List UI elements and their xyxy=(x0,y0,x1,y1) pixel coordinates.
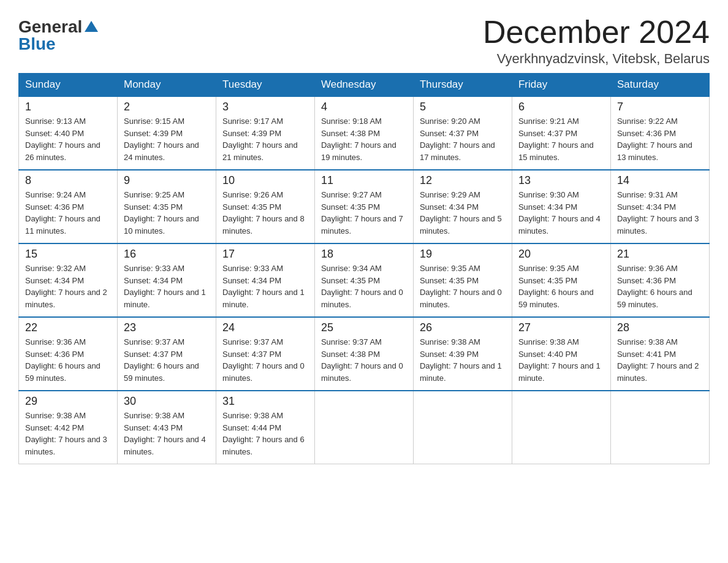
logo-blue: Blue xyxy=(18,34,56,53)
calendar-cell: 10 Sunrise: 9:26 AMSunset: 4:35 PMDaylig… xyxy=(216,170,314,243)
calendar-cell: 20 Sunrise: 9:35 AMSunset: 4:35 PMDaylig… xyxy=(512,243,610,317)
page-header: General Blue December 2024 Vyerkhnyadzvi… xyxy=(18,15,710,67)
week-row-1: 1 Sunrise: 9:13 AMSunset: 4:40 PMDayligh… xyxy=(19,96,710,170)
day-info: Sunrise: 9:36 AMSunset: 4:36 PMDaylight:… xyxy=(25,337,100,383)
day-number: 12 xyxy=(420,174,506,187)
calendar-cell: 24 Sunrise: 9:37 AMSunset: 4:37 PMDaylig… xyxy=(216,317,314,391)
week-row-3: 15 Sunrise: 9:32 AMSunset: 4:34 PMDaylig… xyxy=(19,243,710,317)
day-info: Sunrise: 9:38 AMSunset: 4:40 PMDaylight:… xyxy=(518,337,601,383)
calendar-cell: 26 Sunrise: 9:38 AMSunset: 4:39 PMDaylig… xyxy=(413,317,512,391)
calendar-cell: 27 Sunrise: 9:38 AMSunset: 4:40 PMDaylig… xyxy=(512,317,610,391)
calendar-cell: 7 Sunrise: 9:22 AMSunset: 4:36 PMDayligh… xyxy=(610,96,709,170)
svg-marker-0 xyxy=(85,21,98,32)
weekday-header-thursday: Thursday xyxy=(413,74,512,97)
day-number: 7 xyxy=(617,101,703,113)
weekday-header-row: SundayMondayTuesdayWednesdayThursdayFrid… xyxy=(19,74,710,97)
location-title: Vyerkhnyadzvinsk, Vitebsk, Belarus xyxy=(483,51,710,67)
day-number: 3 xyxy=(222,101,308,113)
calendar-cell: 2 Sunrise: 9:15 AMSunset: 4:39 PMDayligh… xyxy=(117,96,216,170)
day-number: 24 xyxy=(222,321,308,334)
day-number: 15 xyxy=(25,248,111,261)
calendar-cell: 29 Sunrise: 9:38 AMSunset: 4:42 PMDaylig… xyxy=(19,391,118,464)
day-number: 1 xyxy=(25,101,111,113)
calendar-cell: 8 Sunrise: 9:24 AMSunset: 4:36 PMDayligh… xyxy=(19,170,118,243)
day-info: Sunrise: 9:34 AMSunset: 4:35 PMDaylight:… xyxy=(321,264,403,309)
day-number: 18 xyxy=(321,248,407,261)
day-number: 16 xyxy=(124,248,210,261)
day-info: Sunrise: 9:18 AMSunset: 4:38 PMDaylight:… xyxy=(321,117,396,162)
day-info: Sunrise: 9:15 AMSunset: 4:39 PMDaylight:… xyxy=(124,117,199,162)
day-info: Sunrise: 9:37 AMSunset: 4:37 PMDaylight:… xyxy=(124,337,199,383)
day-info: Sunrise: 9:33 AMSunset: 4:34 PMDaylight:… xyxy=(222,264,305,309)
day-number: 2 xyxy=(124,101,210,113)
day-info: Sunrise: 9:37 AMSunset: 4:38 PMDaylight:… xyxy=(321,337,403,383)
month-title: December 2024 xyxy=(483,15,710,50)
day-number: 30 xyxy=(124,395,210,408)
day-info: Sunrise: 9:33 AMSunset: 4:34 PMDaylight:… xyxy=(124,264,206,309)
calendar-cell: 19 Sunrise: 9:35 AMSunset: 4:35 PMDaylig… xyxy=(413,243,512,317)
day-number: 21 xyxy=(617,248,703,261)
calendar-cell: 6 Sunrise: 9:21 AMSunset: 4:37 PMDayligh… xyxy=(512,96,610,170)
calendar-cell: 17 Sunrise: 9:33 AMSunset: 4:34 PMDaylig… xyxy=(216,243,314,317)
calendar-cell: 23 Sunrise: 9:37 AMSunset: 4:37 PMDaylig… xyxy=(117,317,216,391)
day-number: 28 xyxy=(617,321,703,334)
day-info: Sunrise: 9:22 AMSunset: 4:36 PMDaylight:… xyxy=(617,117,692,162)
day-number: 29 xyxy=(25,395,111,408)
weekday-header-saturday: Saturday xyxy=(610,74,709,97)
day-info: Sunrise: 9:30 AMSunset: 4:34 PMDaylight:… xyxy=(518,190,601,236)
weekday-header-friday: Friday xyxy=(512,74,610,97)
calendar-cell: 25 Sunrise: 9:37 AMSunset: 4:38 PMDaylig… xyxy=(314,317,413,391)
day-number: 31 xyxy=(222,395,308,408)
day-info: Sunrise: 9:38 AMSunset: 4:41 PMDaylight:… xyxy=(617,337,699,383)
day-number: 20 xyxy=(518,248,604,261)
week-row-5: 29 Sunrise: 9:38 AMSunset: 4:42 PMDaylig… xyxy=(19,391,710,464)
day-number: 23 xyxy=(124,321,210,334)
calendar-cell xyxy=(413,391,512,464)
calendar-cell xyxy=(512,391,610,464)
day-number: 27 xyxy=(518,321,604,334)
day-info: Sunrise: 9:38 AMSunset: 4:43 PMDaylight:… xyxy=(124,411,206,456)
calendar-cell: 16 Sunrise: 9:33 AMSunset: 4:34 PMDaylig… xyxy=(117,243,216,317)
day-info: Sunrise: 9:13 AMSunset: 4:40 PMDaylight:… xyxy=(25,117,100,162)
weekday-header-wednesday: Wednesday xyxy=(314,74,413,97)
logo-general: General xyxy=(18,18,82,36)
day-number: 5 xyxy=(420,101,506,113)
day-number: 14 xyxy=(617,174,703,187)
logo: General Blue xyxy=(18,18,98,53)
calendar-cell: 31 Sunrise: 9:38 AMSunset: 4:44 PMDaylig… xyxy=(216,391,314,464)
calendar-cell: 4 Sunrise: 9:18 AMSunset: 4:38 PMDayligh… xyxy=(314,96,413,170)
day-info: Sunrise: 9:35 AMSunset: 4:35 PMDaylight:… xyxy=(420,264,502,309)
week-row-4: 22 Sunrise: 9:36 AMSunset: 4:36 PMDaylig… xyxy=(19,317,710,391)
day-info: Sunrise: 9:38 AMSunset: 4:39 PMDaylight:… xyxy=(420,337,502,383)
calendar-table: SundayMondayTuesdayWednesdayThursdayFrid… xyxy=(18,73,710,464)
day-info: Sunrise: 9:38 AMSunset: 4:44 PMDaylight:… xyxy=(222,411,305,456)
day-number: 8 xyxy=(25,174,111,187)
weekday-header-sunday: Sunday xyxy=(19,74,118,97)
calendar-cell: 18 Sunrise: 9:34 AMSunset: 4:35 PMDaylig… xyxy=(314,243,413,317)
calendar-cell xyxy=(314,391,413,464)
day-info: Sunrise: 9:27 AMSunset: 4:35 PMDaylight:… xyxy=(321,190,403,236)
day-info: Sunrise: 9:24 AMSunset: 4:36 PMDaylight:… xyxy=(25,190,100,236)
calendar-cell: 28 Sunrise: 9:38 AMSunset: 4:41 PMDaylig… xyxy=(610,317,709,391)
day-info: Sunrise: 9:36 AMSunset: 4:36 PMDaylight:… xyxy=(617,264,692,309)
day-info: Sunrise: 9:37 AMSunset: 4:37 PMDaylight:… xyxy=(222,337,305,383)
calendar-cell: 30 Sunrise: 9:38 AMSunset: 4:43 PMDaylig… xyxy=(117,391,216,464)
calendar-cell: 21 Sunrise: 9:36 AMSunset: 4:36 PMDaylig… xyxy=(610,243,709,317)
calendar-cell: 22 Sunrise: 9:36 AMSunset: 4:36 PMDaylig… xyxy=(19,317,118,391)
calendar-cell: 14 Sunrise: 9:31 AMSunset: 4:34 PMDaylig… xyxy=(610,170,709,243)
day-info: Sunrise: 9:29 AMSunset: 4:34 PMDaylight:… xyxy=(420,190,502,236)
calendar-cell: 1 Sunrise: 9:13 AMSunset: 4:40 PMDayligh… xyxy=(19,96,118,170)
weekday-header-tuesday: Tuesday xyxy=(216,74,314,97)
day-info: Sunrise: 9:35 AMSunset: 4:35 PMDaylight:… xyxy=(518,264,594,309)
calendar-cell: 13 Sunrise: 9:30 AMSunset: 4:34 PMDaylig… xyxy=(512,170,610,243)
day-number: 9 xyxy=(124,174,210,187)
day-number: 4 xyxy=(321,101,407,113)
day-info: Sunrise: 9:32 AMSunset: 4:34 PMDaylight:… xyxy=(25,264,107,309)
day-number: 25 xyxy=(321,321,407,334)
calendar-cell: 12 Sunrise: 9:29 AMSunset: 4:34 PMDaylig… xyxy=(413,170,512,243)
calendar-cell: 9 Sunrise: 9:25 AMSunset: 4:35 PMDayligh… xyxy=(117,170,216,243)
weekday-header-monday: Monday xyxy=(117,74,216,97)
day-info: Sunrise: 9:25 AMSunset: 4:35 PMDaylight:… xyxy=(124,190,199,236)
day-number: 6 xyxy=(518,101,604,113)
day-number: 11 xyxy=(321,174,407,187)
